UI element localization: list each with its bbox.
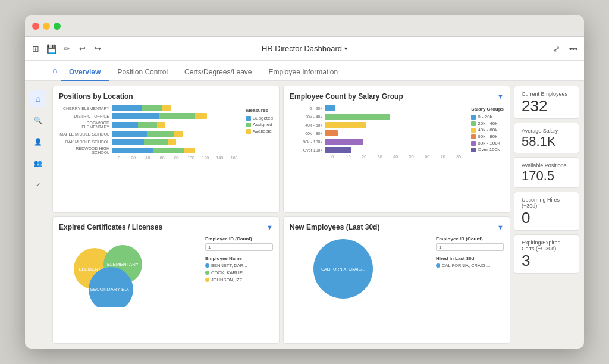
main-content: ⌂ 🔍 👤 👥 ✓ Positions by Location CHERRY E…: [25, 81, 584, 349]
employee-dot: [205, 278, 209, 282]
dashboard-title[interactable]: HR Director Dashboard ▾: [262, 44, 347, 53]
hired-title: Hired in Last 30d: [436, 256, 504, 261]
sidebar-home[interactable]: ⌂: [30, 90, 46, 107]
employee-dot: [205, 263, 209, 268]
sidebar-check[interactable]: ✓: [30, 176, 46, 193]
bubble-secondary: SECONDARY ED...: [89, 267, 133, 307]
nav-tabs: ⌂ Overview Position Control Certs/Degree…: [25, 61, 584, 81]
salary-bar-seg: [325, 130, 338, 136]
legend-dot: [471, 121, 476, 126]
tab-certs[interactable]: Certs/Degrees/Leave: [176, 64, 260, 81]
bar-assigned: [142, 105, 162, 111]
kpi-expiring-certs: Expiring/Expired Certs (+/- 30d) 3: [514, 234, 579, 274]
kpi-stack: Current Employees 232 Average Salary 58.…: [514, 86, 579, 344]
minimize-button[interactable]: [43, 23, 50, 30]
bar-assigned: [138, 122, 157, 128]
filter-icon[interactable]: ▼: [266, 224, 273, 231]
salary-bar-seg: [325, 122, 366, 128]
tab-position-control[interactable]: Position Control: [109, 64, 176, 81]
positions-title: Positions by Location: [59, 92, 273, 101]
legend-section-title: Employee ID (Count): [436, 236, 504, 241]
kpi-average-salary: Average Salary 58.1K: [514, 123, 579, 153]
table-row: 40k - 60k: [290, 122, 466, 128]
legend-dot: [246, 123, 251, 127]
salary-bar-seg: [325, 147, 351, 153]
redo-icon[interactable]: ↪: [92, 43, 103, 55]
expired-certs-legend: Employee ID (Count) 1 Employee Name BENN…: [202, 236, 273, 302]
more-icon[interactable]: •••: [567, 43, 579, 55]
edit-icon[interactable]: ✏: [61, 43, 73, 55]
kpi-title: Expiring/Expired Certs (+/- 30d): [522, 240, 572, 252]
kpi-current-employees: Current Employees 232: [514, 86, 579, 119]
tab-overview[interactable]: Overview: [61, 64, 109, 81]
chart-axis: 0 20 40 60 80 100 120 140 160: [112, 156, 241, 160]
legend-80-100k: 80k - 100k: [471, 140, 504, 146]
table-row: 80k - 100k: [290, 139, 466, 145]
sidebar-group[interactable]: 👥: [30, 155, 46, 171]
bar-track: [112, 139, 176, 145]
legend-dot: [246, 129, 251, 134]
app-window: ⊞ 💾 ✏ ↩ ↪ HR Director Dashboard ▾ ⤢ ••• …: [25, 15, 584, 349]
sidebar-search[interactable]: 🔍: [30, 112, 46, 128]
bar-available: [195, 113, 207, 119]
salary-group-label: 0 - 20k: [290, 106, 322, 111]
close-button[interactable]: [32, 23, 39, 30]
salary-chart-area: 0 - 20k 20k - 40k 40k - 60k 60k - 8: [290, 105, 504, 159]
kpi-value: 170.5: [522, 170, 572, 183]
bar-budgeted: [112, 122, 138, 128]
new-employees-content: CALIFORNIA, CRAIG... Employee ID (Count)…: [290, 236, 504, 302]
filter-icon[interactable]: ▼: [497, 224, 504, 231]
save-icon[interactable]: 💾: [45, 43, 57, 55]
list-item: BENNETT, DAR...: [205, 263, 273, 268]
expired-certs-title: Expired Certificates / Licenses ▼: [59, 223, 273, 231]
legend-dot: [471, 148, 476, 152]
kpi-available-positions: Available Positions 170.5: [514, 157, 579, 188]
legend-assigned: Assigned: [246, 122, 273, 127]
legend-title: Measures: [246, 108, 273, 113]
filter-icon[interactable]: ▼: [497, 93, 504, 100]
tab-employee-info[interactable]: Employee Information: [260, 64, 346, 81]
table-row: DISTRICT OFFICE: [59, 113, 241, 119]
table-row: OAK MIDDLE SCHOOL: [59, 139, 241, 145]
table-row: REDWOOD HIGH SCHOOL: [59, 146, 241, 155]
expired-certs-panel: Expired Certificates / Licenses ▼ ELEMEN…: [52, 216, 280, 344]
legend-available: Available: [246, 128, 273, 134]
bar-available: [184, 148, 195, 153]
sidebar-person[interactable]: 👤: [30, 133, 46, 150]
title-bar: [25, 15, 584, 37]
salary-legend-title: Salary Groups: [471, 106, 504, 112]
bar-label: CHERRY ELEMENTARY: [59, 106, 109, 111]
kpi-title: Available Positions: [522, 162, 572, 168]
sidebar: ⌂ 🔍 👤 👥 ✓: [30, 90, 46, 193]
chart-legend: Measures Budgeted Assigned Available: [241, 105, 273, 160]
salary-axis: 0 10 20 30 40 50 60 70 80: [325, 155, 466, 159]
salary-title: Employee Count by Salary Group ▼: [290, 92, 504, 101]
bubble-chart: ELEMENTARY ELEMENTARY SECONDARY ED...: [59, 236, 202, 307]
kpi-value: 3: [522, 253, 572, 268]
table-row: MAPLE MIDDLE SCHOOL: [59, 131, 241, 137]
legend-60-80k: 60k - 80k: [471, 134, 504, 139]
table-row: 20k - 40k: [290, 114, 466, 120]
bar-budgeted: [112, 139, 144, 145]
bar-budgeted: [112, 105, 142, 111]
legend-dot: [246, 116, 251, 121]
salary-bar-seg: [325, 114, 390, 120]
toolbar-left: ⊞ 💾 ✏ ↩ ↪: [30, 43, 211, 55]
table-row: 0 - 20k: [290, 105, 466, 111]
expired-certs-content: ELEMENTARY ELEMENTARY SECONDARY ED... Em…: [59, 236, 273, 302]
bar-budgeted: [112, 113, 159, 119]
table-row: CHERRY ELEMENTARY: [59, 105, 241, 111]
positions-panel: Positions by Location CHERRY ELEMENTARY: [52, 86, 280, 213]
app-icon[interactable]: ⊞: [30, 43, 42, 55]
bar-label: MAPLE MIDDLE SCHOOL: [59, 132, 109, 136]
undo-icon[interactable]: ↩: [76, 43, 88, 55]
bar-track: [112, 105, 171, 111]
maximize-button[interactable]: [54, 23, 61, 30]
bar-available: [168, 139, 176, 145]
bar-available: [174, 131, 183, 137]
salary-legend: Salary Groups 0 - 20k 20k - 40k 40k - 60…: [466, 105, 504, 159]
bar-assigned: [153, 148, 184, 153]
legend-dot: [471, 115, 476, 120]
expand-icon[interactable]: ⤢: [551, 43, 563, 55]
new-employees-legend: Employee ID (Count) 1 Hired in Last 30d …: [432, 236, 504, 302]
